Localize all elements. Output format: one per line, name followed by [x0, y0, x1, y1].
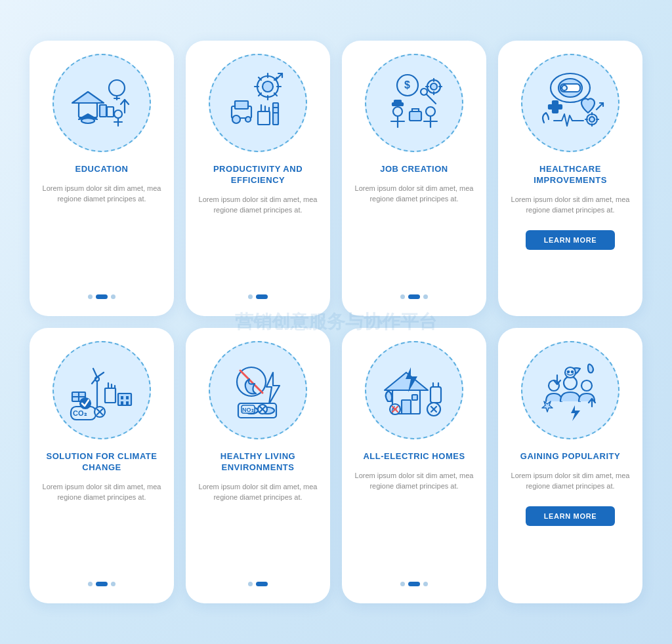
dot-0 [248, 294, 253, 299]
phone-card-healthcare: HEALTHCARE IMPROVEMENTS Lorem ipsum dolo… [498, 41, 642, 316]
card-body-productivity: Lorem ipsum dolor sit dim amet, mea regi… [196, 194, 320, 216]
icon-circle-popularity [521, 341, 620, 439]
pagination-dots [88, 582, 116, 586]
dot-1 [408, 294, 420, 299]
card-title-productivity: PRODUCTIVITY AND EFFICIENCY [196, 164, 320, 186]
phone-card-productivity: PRODUCTIVITY AND EFFICIENCY Lorem ipsum … [186, 41, 330, 316]
dot-2 [111, 582, 116, 586]
card-body-electric: Lorem ipsum dolor sit dim amet, mea regi… [352, 470, 476, 492]
healthcare-icon [534, 67, 606, 139]
card-body-education: Lorem ipsum dolor sit dim amet, mea regi… [40, 183, 163, 205]
icon-circle-climate [52, 341, 151, 439]
climate-icon [66, 354, 138, 426]
card-body-healthy: Lorem ipsum dolor sit dim amet, mea regi… [196, 481, 320, 503]
icon-circle-job-creation [365, 54, 463, 152]
card-body-healthcare: Lorem ipsum dolor sit dim amet, mea regi… [509, 194, 632, 216]
electric-icon [378, 354, 450, 426]
cards-grid: EDUCATION Lorem ipsum dolor sit dim amet… [30, 41, 642, 603]
dot-1 [408, 582, 420, 586]
education-icon [66, 67, 138, 139]
job-icon [378, 67, 450, 139]
pagination-dots [400, 294, 428, 299]
pagination-dots [248, 294, 268, 299]
phone-card-electric: ALL-ELECTRIC HOMES Lorem ipsum dolor sit… [342, 328, 486, 603]
icon-circle-education [52, 54, 151, 152]
dot-0 [88, 582, 93, 586]
card-title-education: EDUCATION [75, 164, 129, 175]
card-title-healthy: HEALTHY LIVING ENVIRONMENTS [196, 451, 320, 473]
card-title-job-creation: JOB CREATION [380, 164, 448, 175]
dot-0 [400, 582, 405, 586]
dot-1 [256, 294, 268, 299]
card-title-electric: ALL-ELECTRIC HOMES [363, 451, 465, 462]
icon-circle-healthy [209, 341, 307, 439]
pagination-dots [88, 294, 116, 299]
phone-card-education: EDUCATION Lorem ipsum dolor sit dim amet… [30, 41, 174, 316]
dot-1 [256, 582, 268, 586]
card-body-job-creation: Lorem ipsum dolor sit dim amet, mea regi… [352, 183, 476, 205]
learn-more-button-healthcare[interactable]: LEARN MORE [526, 230, 616, 250]
card-title-popularity: GAINING POPULARITY [520, 451, 620, 462]
icon-circle-productivity [209, 54, 307, 152]
pagination-dots [400, 582, 428, 586]
learn-more-button-popularity[interactable]: LEARN MORE [526, 506, 616, 526]
dot-2 [111, 294, 116, 299]
phone-card-popularity: GAINING POPULARITY Lorem ipsum dolor sit… [498, 328, 642, 603]
dot-0 [400, 294, 405, 299]
dot-1 [96, 294, 108, 299]
dot-2 [423, 294, 428, 299]
dot-2 [423, 582, 428, 586]
popularity-icon [534, 354, 606, 426]
card-title-healthcare: HEALTHCARE IMPROVEMENTS [509, 164, 632, 186]
card-body-climate: Lorem ipsum dolor sit dim amet, mea regi… [40, 481, 163, 503]
dot-0 [88, 294, 93, 299]
card-body-popularity: Lorem ipsum dolor sit dim amet, mea regi… [509, 470, 632, 492]
productivity-icon [222, 67, 294, 139]
phone-card-healthy: HEALTHY LIVING ENVIRONMENTS Lorem ipsum … [186, 328, 330, 603]
pagination-dots [248, 582, 268, 586]
icon-circle-healthcare [521, 54, 620, 152]
healthy-icon [222, 354, 294, 426]
dot-0 [248, 582, 253, 586]
icon-circle-electric [365, 341, 463, 439]
card-title-climate: SOLUTION FOR CLIMATE CHANGE [40, 451, 163, 473]
phone-card-climate: SOLUTION FOR CLIMATE CHANGE Lorem ipsum … [30, 328, 174, 603]
phone-card-job-creation: JOB CREATION Lorem ipsum dolor sit dim a… [342, 41, 486, 316]
dot-1 [96, 582, 108, 586]
